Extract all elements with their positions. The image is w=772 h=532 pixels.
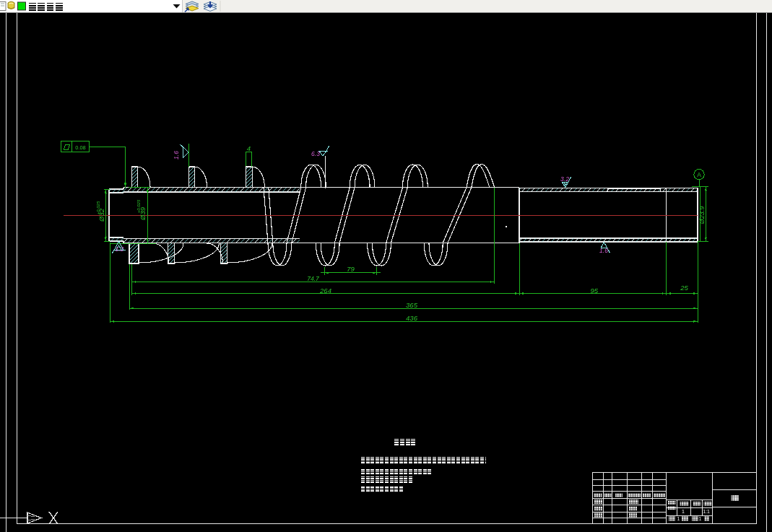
svg-text:1: 1 — [682, 509, 685, 514]
svg-text:1: 1 — [677, 516, 680, 521]
svg-text:1:1: 1:1 — [703, 509, 710, 514]
svg-text:1: 1 — [699, 516, 702, 521]
